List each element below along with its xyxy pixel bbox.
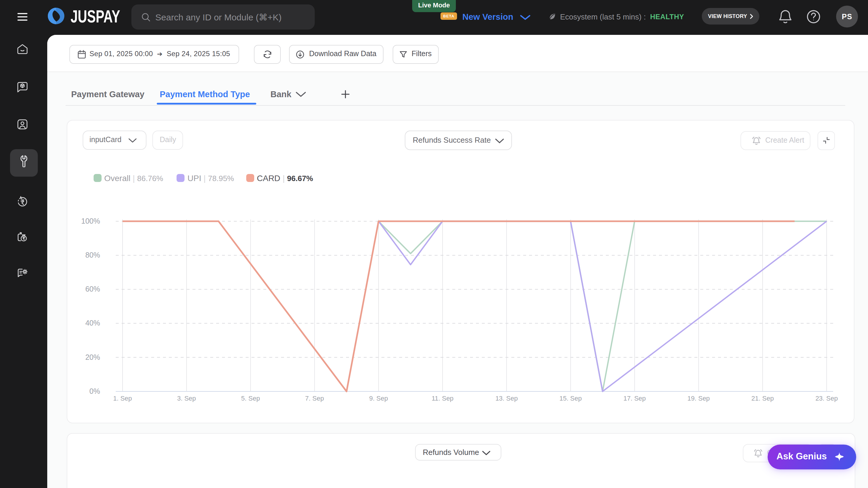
svg-text:13. Sep: 13. Sep <box>495 395 518 402</box>
svg-text:80%: 80% <box>85 251 100 259</box>
svg-text:1. Sep: 1. Sep <box>113 395 132 402</box>
svg-text:11. Sep: 11. Sep <box>432 395 454 402</box>
svg-text:0%: 0% <box>89 387 100 395</box>
svg-text:5. Sep: 5. Sep <box>241 395 260 402</box>
svg-text:15. Sep: 15. Sep <box>559 395 582 402</box>
svg-text:60%: 60% <box>85 285 100 293</box>
svg-text:23. Sep: 23. Sep <box>815 395 838 402</box>
svg-text:19. Sep: 19. Sep <box>687 395 710 402</box>
svg-text:9. Sep: 9. Sep <box>369 395 388 402</box>
svg-text:3. Sep: 3. Sep <box>177 395 196 402</box>
svg-text:100%: 100% <box>81 217 100 225</box>
svg-text:21. Sep: 21. Sep <box>751 395 774 402</box>
svg-text:20%: 20% <box>85 353 100 361</box>
svg-text:40%: 40% <box>85 319 100 327</box>
svg-text:17. Sep: 17. Sep <box>623 395 646 402</box>
svg-text:7. Sep: 7. Sep <box>305 395 324 402</box>
